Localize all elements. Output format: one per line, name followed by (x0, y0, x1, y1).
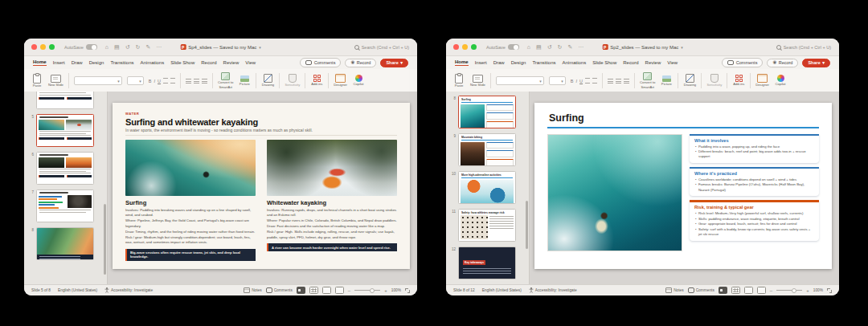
slide-sorter-view-button[interactable] (731, 287, 740, 294)
bold-button[interactable]: B (571, 79, 574, 84)
italic-button[interactable]: I (154, 79, 156, 84)
zoom-level[interactable]: 100% (391, 288, 401, 292)
slide-editor[interactable]: WATER Surfing and whitewater kayaking In… (113, 103, 410, 269)
share-button[interactable]: Share ▾ (380, 59, 408, 67)
designer-button[interactable]: Designer (755, 74, 769, 88)
tab-transitions[interactable]: Transitions (532, 60, 555, 66)
drawing-button[interactable]: Drawing (683, 74, 696, 88)
autosave-toggle[interactable]: AutoSave (64, 44, 97, 50)
thumbnail-slide-4[interactable] (36, 92, 94, 109)
new-slide-button[interactable]: New Slide (48, 75, 63, 88)
thumbnail-slide-12[interactable]: Key takeaways (458, 247, 516, 279)
tab-review[interactable]: Review (645, 60, 661, 66)
slide-counter[interactable]: Slide 8 of 12 (453, 288, 475, 292)
thumbnail-slide-10[interactable]: More high-adrenaline activities (458, 171, 516, 204)
thumbnail-slide-11[interactable]: Safety: how athletes manage risk (458, 209, 516, 242)
zoom-out-button[interactable]: – (348, 288, 350, 293)
tab-transitions[interactable]: Transitions (110, 60, 133, 66)
thumbnail-slide-9[interactable]: Mountain biking (458, 133, 516, 166)
print-icon[interactable]: ▤ (536, 44, 542, 51)
format-painter-icon[interactable]: ✎ (567, 44, 572, 51)
fit-slide-button[interactable] (827, 288, 832, 293)
document-title[interactable]: P Sp2_slides — Saved to my Mac ▾ (602, 44, 683, 50)
reading-view-button[interactable] (322, 287, 331, 294)
numbering-button[interactable] (616, 79, 621, 84)
language-button[interactable]: English (United States) (482, 288, 522, 292)
redo-icon[interactable]: ↻ (558, 44, 563, 51)
reading-view-button[interactable] (744, 287, 753, 294)
italic-button[interactable]: I (576, 79, 578, 84)
fullscreen-button[interactable] (471, 44, 477, 50)
tab-animations[interactable]: Animations (563, 60, 587, 66)
zoom-slider-knob[interactable] (370, 288, 375, 293)
search-field[interactable]: Search (Cmd + Ctrl + U) (776, 45, 831, 50)
notes-button[interactable]: Notes (244, 287, 262, 293)
slide-editor[interactable]: Surfing What it involves Paddling into a… (534, 103, 832, 269)
bullets-button[interactable] (608, 79, 613, 84)
convert-smartart-button[interactable]: Convert to SmartArt (218, 72, 233, 90)
copilot-button[interactable]: Copilot (352, 75, 365, 87)
language-button[interactable]: English (United States) (58, 288, 97, 292)
thumbnail-slide-6[interactable] (36, 152, 94, 185)
picture-button[interactable]: Picture (238, 75, 251, 87)
tab-insert[interactable]: Insert (475, 60, 487, 66)
slide-sorter-view-button[interactable] (309, 287, 318, 294)
thumbnail-slide-5-selected[interactable] (36, 114, 94, 147)
fullscreen-button[interactable] (49, 44, 55, 50)
tab-view[interactable]: View (667, 60, 678, 66)
notes-button[interactable]: Notes (665, 287, 684, 293)
close-button[interactable] (31, 44, 37, 50)
comments-panel-button[interactable]: Comments (266, 287, 293, 293)
designer-button[interactable]: Designer (334, 74, 347, 88)
drawing-button[interactable]: Drawing (261, 74, 274, 88)
tab-draw[interactable]: Draw (493, 60, 505, 66)
more-icon[interactable]: ⋯ (578, 44, 583, 51)
fit-slide-button[interactable] (405, 288, 410, 293)
zoom-slider[interactable] (776, 290, 802, 291)
tab-insert[interactable]: Insert (53, 60, 65, 66)
thumbnail-slide-7[interactable] (36, 189, 94, 222)
font-size-select[interactable]: ▾ (127, 76, 144, 85)
tab-view[interactable]: View (245, 60, 256, 66)
tab-review[interactable]: Review (223, 60, 240, 66)
zoom-slider-knob[interactable] (792, 288, 796, 293)
numbering-button[interactable] (194, 79, 199, 84)
underline-button[interactable]: U (158, 79, 161, 84)
thumbnail-slide-8[interactable] (36, 227, 94, 260)
picture-button[interactable]: Picture (660, 75, 673, 87)
slide-counter[interactable]: Slide 5 of 8 (31, 288, 51, 292)
thumbnails-scrollbar[interactable] (526, 201, 528, 249)
comments-button[interactable]: Comments (300, 58, 341, 67)
align-button[interactable] (202, 79, 207, 84)
tab-slide-show[interactable]: Slide Show (170, 60, 194, 66)
font-size-select[interactable]: ▾ (549, 76, 566, 85)
paste-button[interactable]: Paste (31, 74, 43, 88)
format-painter-icon[interactable]: ✎ (145, 44, 150, 51)
home-icon[interactable]: ⌂ (105, 44, 108, 51)
normal-view-button[interactable] (297, 287, 305, 294)
comments-panel-button[interactable]: Comments (688, 287, 714, 293)
comments-button[interactable]: Comments (722, 58, 763, 67)
redo-icon[interactable]: ↻ (136, 44, 141, 51)
align-button[interactable] (624, 79, 629, 84)
tab-home[interactable]: Home (455, 59, 469, 66)
autosave-toggle[interactable]: AutoSave (486, 44, 519, 50)
sensitivity-button[interactable]: Sensitivity (706, 74, 722, 88)
add-ins-button[interactable]: Add-ins (310, 75, 323, 87)
share-button[interactable]: Share ▾ (802, 59, 830, 67)
undo-icon[interactable]: ↺ (125, 44, 130, 51)
thumbnails-scrollbar[interactable] (104, 204, 106, 275)
new-slide-button[interactable]: New Slide (470, 75, 485, 88)
minimize-button[interactable] (40, 44, 46, 50)
tab-record[interactable]: Record (623, 60, 638, 66)
minimize-button[interactable] (462, 44, 468, 50)
font-color-button[interactable] (163, 78, 168, 84)
accessibility-button[interactable]: Accessibility: Investigate (104, 287, 153, 293)
copilot-button[interactable]: Copilot (774, 75, 787, 87)
slideshow-view-button[interactable] (335, 287, 344, 294)
tab-design[interactable]: Design (89, 60, 104, 66)
tab-record[interactable]: Record (201, 60, 216, 66)
tab-design[interactable]: Design (511, 60, 526, 66)
highlight-button[interactable] (170, 78, 175, 84)
zoom-out-button[interactable]: – (770, 288, 772, 293)
